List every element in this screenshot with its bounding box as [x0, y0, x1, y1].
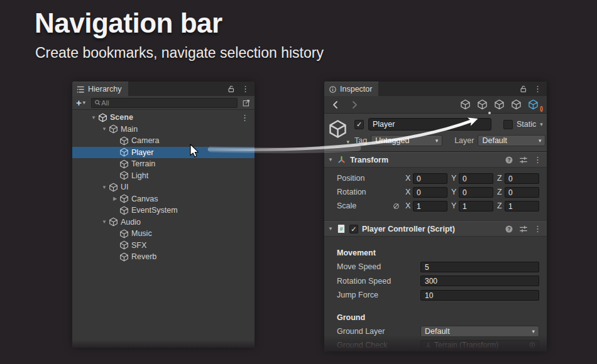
- inspector-titlebar: Inspector ⋮: [324, 82, 547, 96]
- presets-icon[interactable]: [519, 225, 528, 233]
- script-enabled-checkbox[interactable]: ✓: [349, 225, 358, 233]
- scale-y-field[interactable]: 1: [459, 201, 493, 211]
- tree-row-sfx[interactable]: SFX: [72, 240, 255, 252]
- kebab-menu-icon[interactable]: ⋮: [534, 225, 542, 233]
- tree-label: Camera: [131, 136, 159, 145]
- tree-row-audio[interactable]: ▼ Audio: [72, 217, 255, 228]
- axis-x-label: X: [405, 201, 413, 210]
- tree-label: Scene: [110, 113, 133, 122]
- tree-row-scene[interactable]: ▼ Scene ⋮: [72, 112, 255, 124]
- script-header[interactable]: ▼ # ✓ Player Controller (Script) ? ⋮: [324, 221, 547, 237]
- tree-row-terrain[interactable]: Terrain: [72, 158, 255, 170]
- chevron-down-icon[interactable]: ▾: [346, 139, 349, 145]
- rotation-z-field[interactable]: 0: [505, 187, 539, 198]
- svg-text:?: ?: [507, 225, 510, 232]
- inspector-panel: Inspector ⋮: [324, 82, 547, 351]
- hierarchy-toolbar: + ▾: [72, 96, 255, 110]
- foldout-expanded-icon[interactable]: ▼: [328, 226, 333, 232]
- bookmark-cube-active-icon: [528, 99, 539, 110]
- axis-x-label: X: [405, 188, 413, 196]
- scene-icon: [98, 113, 107, 122]
- bookmark-3-button[interactable]: [491, 99, 508, 110]
- bookmark-1-button[interactable]: [457, 99, 474, 110]
- tree-row-light[interactable]: Light: [72, 170, 255, 182]
- foldout-expanded-icon[interactable]: ▼: [89, 115, 98, 120]
- forward-button[interactable]: [347, 100, 361, 109]
- ground-check-object-field[interactable]: Terrain (Transform): [420, 340, 539, 351]
- scale-label: Scale: [337, 201, 356, 210]
- layer-dropdown[interactable]: Default ▾: [478, 135, 545, 146]
- foldout-expanded-icon[interactable]: ▼: [100, 219, 109, 225]
- gameobject-large-cube-icon[interactable]: [328, 119, 348, 139]
- tag-dropdown[interactable]: Untagged ▾: [371, 135, 442, 146]
- gameobject-name-field[interactable]: Player: [368, 118, 491, 131]
- foldout-collapsed-icon[interactable]: ▶: [111, 196, 119, 201]
- chevron-down-icon: ▾: [435, 137, 439, 144]
- static-dropdown-icon[interactable]: ▾: [540, 121, 543, 127]
- move-speed-row: Move Speed 5: [324, 260, 543, 274]
- bookmark-active-button[interactable]: (): [525, 99, 542, 110]
- gameobject-cube-icon: [119, 252, 129, 262]
- tree-label: SFX: [131, 241, 146, 250]
- tree-row-player[interactable]: Player: [72, 147, 255, 159]
- tree-row-reverb[interactable]: Reverb: [72, 251, 255, 263]
- move-speed-field[interactable]: 5: [420, 262, 539, 272]
- scale-z-field[interactable]: 1: [505, 201, 539, 211]
- position-x-field[interactable]: 0: [413, 173, 447, 184]
- panel-fade: [72, 340, 255, 348]
- foldout-expanded-icon[interactable]: ▼: [100, 185, 109, 190]
- popout-window-icon[interactable]: [242, 99, 251, 107]
- active-checkbox[interactable]: ✓: [354, 120, 364, 129]
- csharp-script-icon: #: [337, 224, 346, 233]
- lock-icon[interactable]: [227, 85, 236, 94]
- gameobject-cube-icon: [119, 240, 129, 250]
- object-picker-icon[interactable]: [529, 341, 536, 349]
- kebab-menu-icon[interactable]: ⋮: [534, 85, 542, 93]
- axis-y-label: Y: [451, 174, 459, 183]
- scale-x-field[interactable]: 1: [413, 201, 447, 211]
- transform-tool-icon: [425, 342, 432, 349]
- search-box[interactable]: [91, 98, 238, 108]
- help-icon[interactable]: ?: [505, 225, 513, 233]
- ground-layer-dropdown[interactable]: Default ▾: [420, 326, 539, 337]
- jump-force-field[interactable]: 10: [420, 290, 539, 301]
- kebab-menu-icon[interactable]: ⋮: [534, 156, 542, 164]
- help-icon[interactable]: ?: [505, 156, 513, 164]
- tree-row-camera[interactable]: Camera: [72, 135, 255, 147]
- transform-header[interactable]: ▼ Transform ? ⋮: [324, 152, 547, 168]
- static-checkbox[interactable]: [503, 120, 513, 129]
- tree-row-canvas[interactable]: ▶ Canvas: [72, 193, 255, 205]
- position-y-field[interactable]: 0: [459, 173, 493, 184]
- search-input[interactable]: [101, 99, 234, 107]
- script-body: Movement Move Speed 5 Rotation Speed 300…: [324, 237, 547, 351]
- kebab-menu-icon[interactable]: ⋮: [241, 114, 249, 122]
- bookmark-2-button[interactable]: [474, 99, 491, 110]
- lock-icon[interactable]: [519, 85, 528, 94]
- kebab-menu-icon[interactable]: ⋮: [241, 85, 249, 93]
- tag-value: Untagged: [375, 136, 409, 145]
- presets-icon[interactable]: [519, 156, 528, 164]
- page-subtitle: Create bookmarks, navigate selection his…: [35, 45, 324, 62]
- tree-row-music[interactable]: Music: [72, 228, 255, 240]
- layer-label: Layer: [454, 136, 474, 145]
- rotation-speed-field[interactable]: 300: [420, 276, 539, 286]
- tab-hierarchy[interactable]: Hierarchy: [72, 82, 128, 96]
- tree-row-ui[interactable]: ▼ UI: [72, 181, 255, 193]
- foldout-expanded-icon[interactable]: ▼: [328, 157, 333, 163]
- position-z-field[interactable]: 0: [505, 173, 539, 184]
- tree-label: Main: [121, 125, 138, 134]
- foldout-expanded-icon[interactable]: ▼: [100, 126, 109, 132]
- gameobject-cube-icon: [109, 183, 118, 192]
- unlink-scale-icon[interactable]: [392, 202, 400, 210]
- tree-row-eventsystem[interactable]: EventSystem: [72, 205, 255, 217]
- tree-row-main[interactable]: ▼ Main: [72, 124, 255, 136]
- transform-title: Transform: [350, 156, 388, 164]
- rotation-x-field[interactable]: 0: [413, 187, 447, 198]
- tab-inspector[interactable]: Inspector: [324, 82, 378, 96]
- bookmark-4-button[interactable]: [508, 99, 525, 110]
- gameobject-cube-icon: [119, 194, 129, 203]
- add-object-button[interactable]: + ▾: [76, 97, 85, 108]
- jump-force-row: Jump Force 10: [324, 288, 543, 302]
- back-button[interactable]: [329, 100, 343, 109]
- rotation-y-field[interactable]: 0: [459, 187, 493, 198]
